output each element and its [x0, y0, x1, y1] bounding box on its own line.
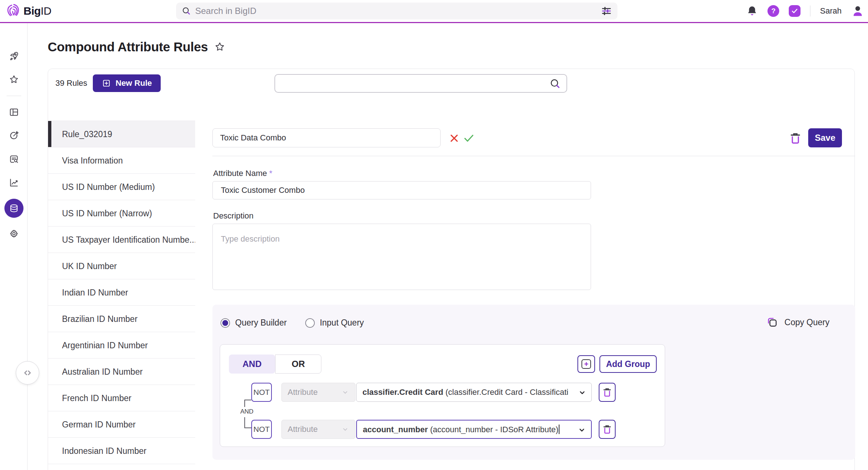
left-nav-sidebar [0, 23, 28, 470]
add-group-button[interactable]: Add Group [599, 355, 657, 373]
field-type-dropdown-disabled: Attribute [281, 383, 355, 402]
field-type-dropdown-disabled: Attribute [281, 420, 355, 439]
delete-rule-button[interactable] [788, 130, 803, 147]
rule-list-item[interactable]: German ID Number [48, 411, 195, 438]
rules-card: 39 Rules New Rule [48, 69, 855, 470]
new-rule-button[interactable]: New Rule [93, 74, 161, 92]
input-query-radio[interactable]: Input Query [305, 318, 364, 328]
query-builder-radio[interactable]: Query Builder [220, 318, 287, 328]
and-or-toggle: AND OR [229, 355, 321, 374]
user-name: Sarah [820, 6, 842, 16]
connector-line [244, 427, 251, 428]
rule-list-item-selected[interactable]: Rule_032019 [48, 121, 195, 147]
rule-list-item[interactable]: Indian ID Number [48, 279, 195, 306]
or-toggle[interactable]: OR [275, 355, 321, 374]
trash-icon [788, 131, 803, 146]
top-bar: BigID [0, 0, 868, 23]
connector-line [244, 400, 245, 407]
query-group-card: AND OR + Add Group NOT Attribute [220, 344, 665, 447]
trash-icon [602, 386, 613, 399]
copy-query-button[interactable]: Copy Query [766, 316, 829, 328]
search-icon [181, 6, 192, 16]
plus-square-icon: + [581, 359, 591, 369]
rule-list-item[interactable]: US Taxpayer Identification Numbe... [48, 227, 195, 253]
connector-line [244, 417, 245, 428]
radio-unselected-icon [305, 318, 315, 328]
cancel-x-icon[interactable] [449, 133, 460, 144]
sidebar-collapse-toggle[interactable] [16, 361, 39, 385]
chevron-down-icon [578, 426, 586, 434]
sidebar-item-favorites[interactable] [0, 68, 28, 91]
database-icon-active [4, 199, 23, 218]
target-scan-icon [8, 130, 19, 141]
global-search-bar [176, 3, 617, 19]
tasks-check-icon[interactable] [789, 5, 800, 17]
text-cursor [559, 425, 559, 434]
rocket-icon [8, 51, 19, 62]
section-divider [212, 156, 855, 156]
chevron-down-icon [578, 389, 586, 397]
confirm-check-icon[interactable] [463, 132, 475, 144]
rule-list-item[interactable]: US ID Number (Narrow) [48, 200, 195, 227]
attribute-value-dropdown-focused[interactable]: account_number (account_number - IDSoR A… [356, 420, 592, 439]
rule-list-item[interactable]: French ID Number [48, 385, 195, 411]
rule-list-item[interactable]: US ID Number (Medium) [48, 174, 195, 200]
attribute-name-input[interactable] [212, 181, 591, 199]
save-button[interactable]: Save [808, 128, 842, 147]
notifications-bell-icon[interactable] [746, 5, 758, 17]
rule-list-item[interactable]: Visa Information [48, 147, 195, 174]
user-avatar[interactable] [851, 4, 864, 18]
bigid-logo[interactable]: BigID [6, 3, 51, 19]
rule-list: Rule_032019 Visa Information US ID Numbe… [48, 121, 195, 470]
rule-list-item[interactable]: Argentinian ID Number [48, 332, 195, 359]
global-search-input[interactable] [195, 6, 597, 16]
bigid-app: BigID [0, 0, 868, 470]
chevron-down-icon [341, 388, 349, 396]
description-textarea[interactable] [212, 224, 591, 290]
copy-icon [766, 316, 778, 328]
required-asterisk: * [269, 169, 273, 178]
line-chart-icon [8, 177, 19, 188]
page-title: Compound Attribute Rules [48, 40, 208, 54]
not-toggle[interactable]: NOT [251, 383, 272, 402]
star-icon [8, 74, 19, 85]
rule-list-item[interactable]: Italian ID Number [48, 464, 195, 470]
attribute-value-dropdown[interactable]: classifier.Credit Card (classifier.Credi… [356, 383, 592, 402]
query-section: Query Builder Input Query [212, 305, 855, 460]
delete-condition-button[interactable] [599, 383, 616, 402]
rule-list-item[interactable]: Brazilian ID Number [48, 306, 195, 332]
sidebar-item-analytics[interactable] [0, 171, 28, 194]
delete-condition-button[interactable] [599, 420, 616, 439]
rule-name-input[interactable] [212, 128, 441, 147]
plus-square-icon [102, 78, 111, 88]
filter-sliders-icon[interactable] [601, 5, 612, 17]
connector-and-label: AND [240, 408, 254, 416]
sidebar-item-dashboard[interactable] [0, 100, 28, 124]
not-toggle[interactable]: NOT [251, 420, 272, 439]
add-condition-button[interactable]: + [577, 355, 595, 373]
brand-wordmark: BigID [23, 5, 51, 17]
rule-detail-panel: Save Attribute Name * Description Query … [212, 69, 855, 470]
description-label: Description [213, 211, 254, 221]
sidebar-item-data-management[interactable] [0, 194, 28, 222]
and-toggle[interactable]: AND [229, 355, 275, 374]
help-icon[interactable]: ? [767, 5, 779, 17]
sidebar-divider [7, 96, 21, 96]
sidebar-item-discovery[interactable] [0, 147, 28, 171]
rule-list-item[interactable]: UK ID Number [48, 253, 195, 279]
rule-list-item[interactable]: Australian ID Number [48, 359, 195, 385]
rule-list-item[interactable]: Indonesian ID Number [48, 438, 195, 464]
attribute-name-label: Attribute Name * [213, 169, 272, 178]
sidebar-item-settings[interactable] [0, 222, 28, 246]
trash-icon [602, 423, 613, 436]
gear-icon [8, 228, 19, 239]
dashboard-layout-icon [8, 107, 19, 118]
sidebar-item-getting-started[interactable] [0, 44, 28, 68]
header-divider [810, 5, 810, 16]
main-content: Compound Attribute Rules 39 Rules New Ru… [28, 23, 868, 470]
fingerprint-logo-icon [6, 3, 21, 19]
favorite-star-icon[interactable] [214, 41, 226, 53]
chevron-down-icon [341, 425, 349, 433]
sidebar-item-classification[interactable] [0, 124, 28, 147]
connector-line [244, 400, 251, 400]
